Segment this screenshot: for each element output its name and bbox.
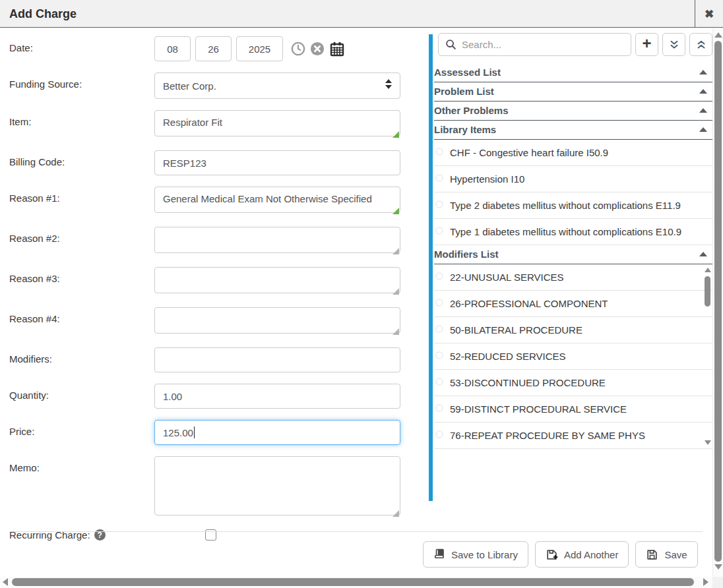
modifiers-label: Modifiers: (9, 347, 154, 372)
section-header-library-items[interactable]: Library Items (434, 121, 712, 140)
add-code-button[interactable]: + (635, 33, 658, 56)
modifiers-scroll-area: 22-UNUSUAL SERVICES 26-PROFESSIONAL COMP… (434, 264, 712, 449)
expand-all-button[interactable] (689, 33, 712, 56)
modifiers-scrollbar[interactable] (704, 266, 712, 446)
item-bullet-icon (435, 148, 443, 156)
billing-code-field[interactable] (154, 150, 400, 175)
modifier-item[interactable]: 50-BILATERAL PROCEDURE (434, 317, 712, 343)
calendar-icon[interactable] (329, 41, 345, 57)
section-header-problem-list[interactable]: Problem List (434, 82, 712, 102)
panel-sections: Assessed List Problem List Other Problem… (434, 63, 712, 449)
collapse-caret-icon[interactable] (699, 252, 707, 256)
reason3-label: Reason #3: (9, 267, 154, 296)
resize-grip-icon[interactable] (393, 131, 399, 138)
reason1-row: Reason #1: General Medical Exam Not Othe… (9, 187, 422, 216)
vertical-scrollbar[interactable] (712, 28, 723, 577)
panel-accent-bar (429, 34, 433, 501)
modal-title: Add Charge (9, 0, 77, 28)
date-month-input[interactable] (154, 36, 191, 61)
price-label: Price: (9, 420, 154, 445)
modifiers-field[interactable] (154, 347, 400, 372)
modifier-item[interactable]: 52-REDUCED SERVICES (434, 343, 712, 370)
item-bullet-icon (435, 351, 443, 359)
modifier-item[interactable]: 26-PROFESSIONAL COMPONENT (434, 291, 712, 317)
scroll-down-arrow-icon[interactable] (714, 564, 722, 570)
resize-grip-icon[interactable] (393, 328, 399, 335)
collapse-caret-icon[interactable] (699, 89, 707, 94)
item-field[interactable]: Respirator Fit (154, 110, 400, 136)
search-input[interactable] (462, 39, 624, 50)
item-bullet-icon (435, 299, 443, 307)
scroll-up-arrow-icon[interactable] (705, 268, 711, 272)
price-row: Price: 125.00 (9, 420, 422, 445)
save-to-library-button[interactable]: Save to Library (423, 541, 528, 568)
funding-source-label: Funding Source: (9, 73, 154, 99)
collapse-all-button[interactable] (662, 33, 685, 56)
section-header-other-problems[interactable]: Other Problems (434, 102, 712, 121)
item-bullet-icon (435, 325, 443, 333)
book-icon (433, 548, 445, 560)
quantity-label: Quantity: (9, 384, 154, 409)
modifier-item[interactable]: 59-DISTINCT PROCEDURAL SERVICE (434, 396, 712, 423)
footer-buttons: Save to Library Add Another Save (423, 541, 698, 568)
collapse-caret-icon[interactable] (699, 127, 707, 132)
price-value: 125.00 (163, 427, 193, 438)
library-item[interactable]: Type 1 diabetes mellitus without complic… (434, 219, 712, 245)
modifiers-row: Modifiers: (9, 347, 422, 372)
resize-grip-icon[interactable] (393, 288, 399, 295)
item-bullet-icon (435, 200, 443, 208)
section-problem-list: Problem List (434, 82, 712, 102)
reason4-field[interactable] (154, 307, 400, 334)
collapse-caret-icon[interactable] (699, 108, 707, 113)
reason2-row: Reason #2: (9, 227, 422, 256)
quantity-field[interactable] (154, 384, 400, 409)
horizontal-scrollbar[interactable] (0, 577, 712, 588)
section-header-assessed-list[interactable]: Assessed List (434, 63, 712, 82)
resize-grip-icon[interactable] (393, 510, 399, 517)
library-items-list: CHF - Congestive heart failure I50.9 Hyp… (434, 140, 712, 245)
library-item[interactable]: Hypertension I10 (434, 166, 712, 192)
close-button[interactable]: ✖ (695, 0, 723, 28)
library-item[interactable]: CHF - Congestive heart failure I50.9 (434, 140, 712, 166)
resize-grip-icon[interactable] (393, 248, 399, 254)
scrollbar-thumb[interactable] (12, 578, 694, 586)
modifier-item[interactable]: 76-REPEAT PROCEDURE BY SAME PHYS (434, 423, 712, 449)
resize-grip-icon[interactable] (393, 208, 399, 214)
current-time-icon[interactable] (291, 42, 305, 56)
section-header-modifiers-list[interactable]: Modifiers List (434, 245, 712, 264)
funding-source-row: Funding Source: Better Corp. (9, 73, 422, 99)
reason1-field[interactable]: General Medical Exam Not Otherwise Speci… (154, 187, 400, 213)
add-another-button[interactable]: Add Another (535, 541, 629, 568)
modifier-item[interactable]: 22-UNUSUAL SERVICES (434, 264, 712, 291)
footer-divider (9, 531, 703, 532)
reason2-field[interactable] (154, 227, 400, 253)
scroll-left-arrow-icon[interactable] (3, 578, 8, 586)
clear-date-icon[interactable] (310, 42, 325, 56)
scroll-up-arrow-icon[interactable] (714, 32, 722, 38)
scroll-right-arrow-icon[interactable] (703, 578, 708, 586)
search-box[interactable] (438, 33, 631, 56)
search-icon (445, 39, 456, 50)
save-button[interactable]: Save (635, 541, 697, 568)
item-bullet-icon (435, 404, 443, 412)
item-bullet-icon (435, 272, 443, 280)
date-day-input[interactable] (195, 36, 232, 61)
library-item[interactable]: Type 2 diabetes mellitus without complic… (434, 192, 712, 219)
reason3-field[interactable] (154, 267, 400, 293)
scrollbar-thumb[interactable] (705, 276, 710, 307)
price-field[interactable]: 125.00 (154, 420, 400, 445)
date-year-input[interactable] (236, 36, 283, 61)
scroll-down-arrow-icon[interactable] (705, 440, 711, 445)
scrollbar-thumb[interactable] (714, 41, 722, 562)
collapse-caret-icon[interactable] (699, 70, 707, 74)
modifier-item[interactable]: 53-DISCONTINUED PROCEDURE (434, 370, 712, 396)
scrollbar-corner (712, 577, 723, 588)
reason4-row: Reason #4: (9, 307, 422, 336)
double-chevron-up-icon (695, 39, 707, 51)
add-charge-form: Date: Funding Source: Better Corp. (9, 36, 422, 541)
save-plus-icon (546, 548, 558, 561)
memo-field[interactable] (154, 456, 400, 515)
date-label: Date: (9, 36, 154, 61)
section-other-problems: Other Problems (434, 102, 712, 121)
funding-source-select[interactable]: Better Corp. (154, 73, 400, 99)
